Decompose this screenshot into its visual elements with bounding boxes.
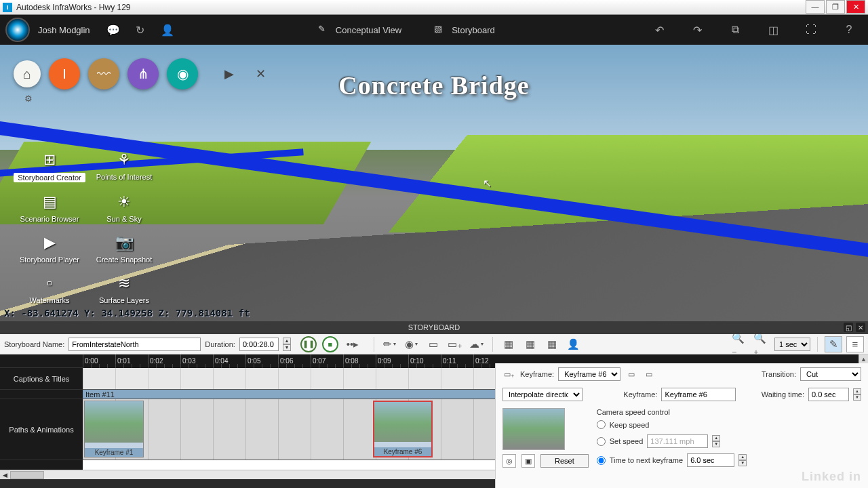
waiting-stepper[interactable]: ▲▼ [853,388,861,401]
conceptual-view-button[interactable]: ✎ Conceptual View [318,24,401,36]
list-mode-button[interactable]: ≡ [846,336,864,352]
camera-icon: 📷 [113,232,136,253]
app-menu-button[interactable] [5,18,30,42]
speed-control-title: Camera speed control [597,408,861,416]
tool-sun-sky[interactable]: ☀ Sun & Sky [87,192,161,223]
interpolate-select[interactable]: Interpolate direction [502,388,583,401]
tool-watermarks[interactable]: ▫ Watermarks [12,273,87,304]
radio-keep-speed[interactable]: Keep speed [597,420,861,429]
step-icon[interactable]: ••▸ [344,336,361,352]
tool-storyboard-creator[interactable]: ⊞ Storyboard Creator [12,150,87,182]
target-icon[interactable]: ◎ [502,454,516,468]
keyframe-add-icon[interactable]: ▭₊ [502,367,516,381]
mode-road-button[interactable]: 〰 [88,58,119,89]
mode-orange-button[interactable]: I [49,58,80,89]
duration-stepper[interactable]: ▲▼ [283,338,291,351]
keyframe-thumbnail [502,408,565,450]
storyboard-mode-label: Storyboard [452,25,495,35]
tool-points-of-interest[interactable]: ⚘ Points of Interest [87,150,161,182]
linkedin-watermark: Linked in [802,470,861,484]
tool-storyboard-player[interactable]: ▶ Storyboard Player [12,232,87,264]
keyframe2-input[interactable] [661,388,736,401]
gear-icon[interactable]: ⚙ [24,94,33,104]
set-speed-stepper: ▲▼ [712,435,720,447]
person-icon[interactable]: 👤 [159,22,176,38]
row-paths-label: Paths & Animations [0,399,83,460]
set-speed-input [647,434,708,448]
mode-drainage-button[interactable]: ◉ [167,58,198,89]
tool-create-snapshot[interactable]: 📷 Create Snapshot [87,232,161,264]
add-path-dropdown[interactable]: ✏ [381,336,399,352]
grid-plus-icon: ⊞ [38,150,61,170]
grid-tool-1[interactable]: ▦ [500,336,517,352]
refresh-icon[interactable]: ↻ [132,22,149,38]
waiting-input[interactable] [808,388,849,401]
storyboard-panel-title: STORYBOARD [408,323,460,331]
time-next-stepper[interactable]: ▲▼ [738,454,747,466]
transition-label: Transition: [762,370,796,378]
layers-icon: ≋ [113,273,136,293]
record-person-icon[interactable]: 👤 [565,336,583,352]
app-icon: I [3,3,12,12]
home-button[interactable]: ⌂ [14,60,41,87]
add-caption-button[interactable]: ▭ [425,336,442,352]
window-maximize-button[interactable]: ❐ [826,0,845,14]
storyboard-name-input[interactable] [68,338,201,351]
fullscreen-icon[interactable]: ⛶ [803,22,819,38]
timescale-select[interactable]: 1 sec [774,338,810,351]
duplicate-icon[interactable]: ⧉ [727,22,743,38]
keyframe-6[interactable]: Keyframe #6 [373,401,433,458]
stop-button[interactable]: ■ [322,336,338,352]
tool-scenario-browser[interactable]: ▤ Scenario Browser [12,192,87,223]
panel-popout-button[interactable]: ◱ [844,323,853,332]
window-minimize-button[interactable]: — [806,0,825,14]
coordinates-readout: X: -83.641274 Y: 34.149258 Z: 779.814081… [4,308,250,319]
time-next-input[interactable] [687,453,734,467]
chat-icon[interactable]: 💬 [105,22,121,38]
transition-select[interactable]: Cut [800,367,861,381]
tool-surface-layers[interactable]: ≋ Surface Layers [87,273,161,304]
radio-time-next[interactable]: Time to next keyframe ▲▼ [597,453,861,467]
browser-icon: ▤ [38,192,61,212]
zoom-out-icon[interactable]: 🔍₋ [731,336,749,352]
grid-tool-3[interactable]: ▦ [543,336,561,352]
kf-next-icon[interactable]: ▭ [642,367,656,381]
edit-mode-button[interactable]: ✎ [825,336,842,352]
add-title-button[interactable]: ▭₊ [446,336,464,352]
undo-icon[interactable]: ↶ [651,22,667,38]
reset-button[interactable]: Reset [540,454,589,468]
keyframe-1[interactable]: Keyframe #1 [84,401,144,458]
grid-tool-2[interactable]: ▦ [521,336,539,352]
pin-icon: ⚘ [113,150,136,170]
storyboard-name-label: Storyboard Name: [4,340,64,348]
play-grid-icon: ▶ [38,232,61,253]
watermark-icon: ▫ [38,273,61,293]
kf-prev-icon[interactable]: ▭ [625,367,638,381]
add-camera-dropdown[interactable]: ◉ [403,336,420,352]
split-view-icon[interactable]: ◫ [765,22,781,38]
user-name[interactable]: Josh Modglin [38,25,90,35]
keyframe-select[interactable]: Keyframe #6 [558,367,620,381]
window-titlebar: I Autodesk InfraWorks - Hwy 129 — ❐ ✕ [0,0,868,15]
zoom-in-icon[interactable]: 🔍₊ [753,336,770,352]
duration-input[interactable] [239,338,279,351]
tools-icon[interactable]: ✕ [251,64,270,83]
frame-icon[interactable]: ▣ [521,454,535,468]
viewport-title-overlay: Concrete Bridge [338,70,529,100]
viewport-3d[interactable]: 人人素材社区 Concrete Bridge ↖ ⌂ I 〰 ⋔ ◉ ▶ ✕ ⚙… [0,45,868,321]
window-title: Autodesk InfraWorks - Hwy 129 [16,3,131,12]
radio-set-speed[interactable]: Set speed ▲▼ [597,434,861,448]
waiting-label: Waiting time: [762,390,804,399]
conceptual-view-label: Conceptual View [336,25,401,35]
present-icon[interactable]: ▶ [220,64,239,83]
storyboard-mode-button[interactable]: ▧ Storyboard [434,24,495,36]
window-close-button[interactable]: ✕ [846,0,865,14]
pencil-icon: ✎ [318,24,330,36]
mode-bridge-button[interactable]: ⋔ [127,58,159,89]
pause-button[interactable]: ❚❚ [300,336,317,352]
add-weather-dropdown[interactable]: ☁ [468,336,486,352]
help-icon[interactable]: ? [841,22,857,38]
panel-close-button[interactable]: ✕ [856,323,865,332]
redo-icon[interactable]: ↷ [689,22,705,38]
keyframe-label: Keyframe: [520,370,554,378]
